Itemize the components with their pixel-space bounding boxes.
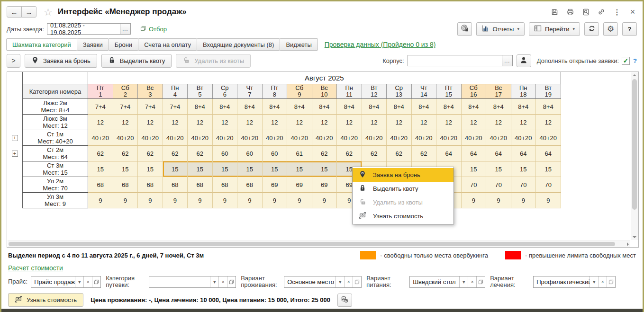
day-header-7[interactable]: Чт7 [237, 84, 263, 99]
tab-6[interactable]: Виджеты [280, 38, 317, 51]
tab-1[interactable]: Шахматка категорий [6, 38, 77, 51]
day-header-9[interactable]: Сб9 [287, 84, 312, 99]
chevron-down-icon[interactable]: ▾ [590, 276, 598, 287]
availability-cell[interactable]: 62 [337, 146, 362, 161]
day-header-4[interactable]: Пн4 [163, 84, 188, 99]
availability-cell[interactable]: 8+4 [412, 99, 437, 115]
availability-cell[interactable]: 62 [188, 146, 213, 161]
availability-cell[interactable]: 8+4 [337, 99, 362, 115]
availability-cell[interactable]: 8+4 [387, 99, 412, 115]
availability-cell[interactable]: 8+4 [511, 99, 536, 115]
availability-cell[interactable]: 9 [536, 193, 561, 208]
availability-cell[interactable]: 9 [138, 193, 163, 208]
availability-cell[interactable]: 62 [113, 146, 138, 161]
tab-2[interactable]: Заявки [77, 38, 109, 51]
get-price-button[interactable]: Узнать стоимость [8, 293, 83, 307]
availability-cell[interactable]: 64 [462, 146, 487, 161]
open-icon[interactable] [227, 276, 236, 287]
availability-cell[interactable]: 40+20 [163, 130, 188, 146]
expand-row-button[interactable]: + [12, 151, 18, 157]
category-cell[interactable]: Ул 2мМест: 70 [22, 177, 88, 193]
availability-cell[interactable]: 9 [312, 193, 337, 208]
dates-input[interactable]: 01.08.2025 - 19.08.2025 [47, 23, 120, 35]
availability-cell[interactable]: 8+4 [213, 99, 238, 115]
availability-cell[interactable]: 68 [188, 177, 213, 193]
availability-cell[interactable]: 15 [462, 161, 487, 177]
availability-cell[interactable]: 15 [287, 161, 312, 177]
calc-field-input[interactable]: Профилактический [534, 276, 590, 287]
availability-cell[interactable]: 40+20 [362, 130, 387, 146]
availability-cell[interactable]: 9 [188, 193, 213, 208]
payment-details-button[interactable] [337, 294, 352, 307]
availability-cell[interactable]: 15 [138, 161, 163, 177]
calc-field-input[interactable]: Прайс продаж — [31, 276, 75, 287]
availability-cell[interactable]: 12 [287, 115, 312, 130]
link-icon[interactable] [597, 8, 606, 16]
allocate-quota-button[interactable]: Выделить квоту [101, 54, 172, 68]
chevron-down-icon[interactable]: ▾ [336, 276, 344, 287]
availability-cell[interactable]: 40+20 [287, 130, 312, 146]
availability-cell[interactable]: 8+4 [237, 99, 263, 115]
availability-cell[interactable]: 12 [486, 115, 511, 130]
goto-button[interactable]: Перейти ▾ [529, 22, 580, 36]
open-icon[interactable] [353, 276, 361, 287]
availability-cell[interactable]: 40+20 [536, 130, 561, 146]
day-header-1[interactable]: Пт1 [88, 84, 113, 99]
availability-cell[interactable]: 40+20 [312, 130, 337, 146]
clear-icon[interactable]: × [218, 276, 227, 287]
refresh-button[interactable] [584, 22, 599, 36]
availability-cell[interactable]: 15 [163, 161, 188, 177]
append-requests-checkbox[interactable]: ✓ [622, 57, 630, 65]
availability-cell[interactable]: 60 [263, 146, 288, 161]
availability-cell[interactable]: 9 [263, 193, 288, 208]
availability-cell[interactable]: 62 [88, 146, 113, 161]
settings-button[interactable]: ⚙ [603, 22, 618, 36]
korpus-input[interactable] [408, 55, 502, 66]
availability-cell[interactable]: 40+20 [237, 130, 263, 146]
availability-cell[interactable]: 15 [113, 161, 138, 177]
expand-panel-button[interactable]: > [7, 54, 20, 68]
day-header-3[interactable]: Вс3 [138, 84, 163, 99]
context-menu-item[interactable]: Заявка на бронь [353, 168, 454, 182]
availability-cell[interactable]: 12 [113, 115, 138, 130]
availability-cell[interactable]: 15 [486, 161, 511, 177]
expand-row-button[interactable]: + [12, 135, 18, 141]
availability-cell[interactable]: 15 [188, 161, 213, 177]
availability-cell[interactable]: 8+4 [362, 99, 387, 115]
dates-more-button[interactable]: ... [120, 23, 131, 35]
availability-cell[interactable]: 15 [536, 161, 561, 177]
availability-cell[interactable]: 70 [486, 177, 511, 193]
availability-cell[interactable]: 40+20 [263, 130, 288, 146]
availability-cell[interactable]: 8+4 [436, 99, 462, 115]
availability-cell[interactable]: 40+20 [462, 130, 487, 146]
availability-cell[interactable]: 8+4 [486, 99, 511, 115]
availability-cell[interactable]: 40+20 [486, 130, 511, 146]
open-icon[interactable] [607, 276, 615, 287]
print-icon[interactable] [566, 8, 574, 16]
availability-cell[interactable]: 40+20 [511, 130, 536, 146]
availability-cell[interactable]: 68 [163, 177, 188, 193]
availability-cell[interactable]: 40+20 [337, 130, 362, 146]
availability-cell[interactable]: 68 [88, 177, 113, 193]
availability-cell[interactable]: 12 [188, 115, 213, 130]
availability-cell[interactable]: 60 [237, 146, 263, 161]
availability-cell[interactable]: 9 [113, 193, 138, 208]
availability-cell[interactable]: 12 [536, 115, 561, 130]
category-cell[interactable]: Ст 2мМест: 64 [22, 146, 88, 161]
favorite-star-icon[interactable]: ☆ [44, 7, 53, 17]
availability-cell[interactable]: 7+4 [138, 99, 163, 115]
chevron-down-icon[interactable]: ▾ [459, 276, 468, 287]
preview-icon[interactable] [581, 8, 590, 16]
availability-cell[interactable]: 64 [436, 146, 462, 161]
availability-cell[interactable]: 12 [237, 115, 263, 130]
open-icon[interactable] [476, 276, 485, 287]
availability-cell[interactable]: 15 [263, 161, 288, 177]
more-icon[interactable]: ⋮ [613, 8, 621, 16]
day-header-16[interactable]: Сб16 [462, 84, 487, 99]
availability-cell[interactable]: 12 [138, 115, 163, 130]
availability-cell[interactable]: 68 [237, 177, 263, 193]
availability-cell[interactable]: 9 [462, 193, 487, 208]
availability-cell[interactable]: 12 [462, 115, 487, 130]
clear-icon[interactable]: × [344, 276, 353, 287]
cost-calc-link[interactable]: Расчет стоимости [8, 264, 63, 272]
